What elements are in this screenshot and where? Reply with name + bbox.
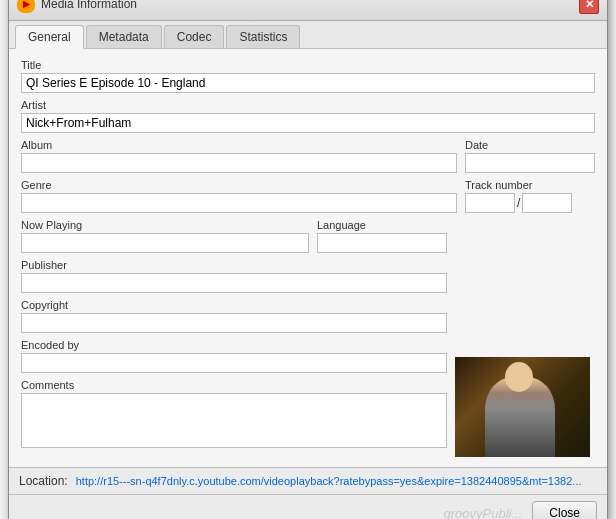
title-input[interactable] [21,73,595,93]
track-number-label: Track number [465,179,595,191]
copyright-input[interactable] [21,313,447,333]
album-date-row: Album Date [21,139,595,173]
artist-label: Artist [21,99,595,111]
nowplaying-col: Now Playing [21,219,309,253]
now-playing-label: Now Playing [21,219,309,231]
bottom-bar: groovyPubli... Close [9,494,607,519]
tab-general[interactable]: General [15,25,84,49]
title-label: Title [21,59,595,71]
close-dialog-button[interactable]: Close [532,501,597,519]
album-label: Album [21,139,457,151]
tab-content: Title Artist Album Date Genre [9,49,607,467]
tab-statistics[interactable]: Statistics [226,25,300,48]
encoded-by-label: Encoded by [21,339,447,351]
tab-codec[interactable]: Codec [164,25,225,48]
watermark: groovyPubli... [444,506,523,520]
vlc-icon: ▶ [17,0,35,13]
track-separator: / [517,196,520,210]
date-col: Date [465,139,595,173]
genre-track-row: Genre Track number / [21,179,595,213]
copyright-field-row: Copyright [21,299,447,333]
location-url[interactable]: http://r15---sn-q4f7dnly.c.youtube.com/v… [76,475,597,487]
language-label: Language [317,219,447,231]
publisher-input[interactable] [21,273,447,293]
tabs-bar: General Metadata Codec Statistics [9,21,607,49]
tab-metadata[interactable]: Metadata [86,25,162,48]
track-number-input1[interactable] [465,193,515,213]
album-input[interactable] [21,153,457,173]
comments-label: Comments [21,379,447,391]
track-number-input2[interactable] [522,193,572,213]
video-thumbnail [455,357,590,457]
language-input[interactable] [317,233,447,253]
track-number-inputs: / [465,193,595,213]
encoded-by-input[interactable] [21,353,447,373]
album-col: Album [21,139,457,173]
publisher-label: Publisher [21,259,447,271]
fields-column: Now Playing Language Publisher Copyright [21,219,447,457]
artist-field-row: Artist [21,99,595,133]
now-playing-input[interactable] [21,233,309,253]
genre-input[interactable] [21,193,457,213]
date-input[interactable] [465,153,595,173]
nowplaying-language-row: Now Playing Language [21,219,447,253]
genre-col: Genre [21,179,457,213]
thumb-head [505,362,533,392]
copyright-label: Copyright [21,299,447,311]
comments-input[interactable] [21,393,447,448]
track-number-col: Track number / [465,179,595,213]
titlebar: ▶ Media Information ✕ [9,0,607,21]
genre-label: Genre [21,179,457,191]
comments-field-row: Comments [21,379,447,451]
window-close-button[interactable]: ✕ [579,0,599,14]
encoded-by-field-row: Encoded by [21,339,447,373]
language-col: Language [317,219,447,253]
window-title: Media Information [41,0,137,11]
location-label: Location: [19,474,68,488]
thumbnail-column [455,219,595,457]
media-information-window: ▶ Media Information ✕ General Metadata C… [8,0,608,519]
publisher-field-row: Publisher [21,259,447,293]
date-label: Date [465,139,595,151]
location-bar: Location: http://r15---sn-q4f7dnly.c.you… [9,467,607,494]
title-field-row: Title [21,59,595,93]
main-area: Now Playing Language Publisher Copyright [21,219,595,457]
titlebar-left: ▶ Media Information [17,0,137,13]
artist-input[interactable] [21,113,595,133]
